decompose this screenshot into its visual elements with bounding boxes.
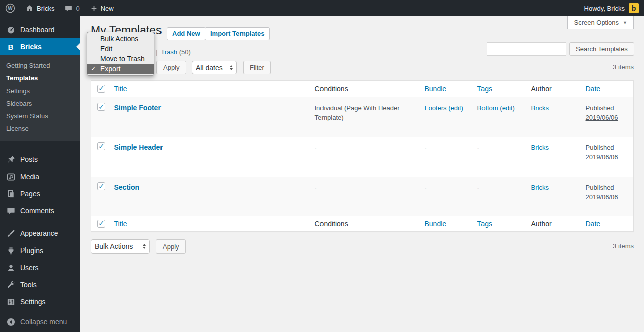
sidebar-item-settings[interactable]: Settings: [0, 293, 80, 310]
date-value: 2019/06/06: [586, 114, 618, 121]
column-header-date: Date: [581, 81, 634, 97]
column-header-bundle: Bundle: [420, 216, 472, 232]
sidebar-subitem-system-status[interactable]: System Status: [0, 110, 80, 122]
row-checkbox[interactable]: [97, 103, 105, 111]
wordpress-logo-menu[interactable]: W: [0, 0, 20, 16]
date-status: Published: [586, 144, 614, 151]
template-title-link[interactable]: Simple Footer: [114, 104, 161, 112]
row-checkbox[interactable]: [97, 182, 105, 190]
select-stepper-icon: [143, 244, 146, 249]
sort-link-title[interactable]: Title: [114, 220, 127, 228]
tools-icon: [6, 280, 16, 290]
sidebar-item-tools[interactable]: Tools: [0, 276, 80, 293]
sidebar-item-label: Users: [20, 264, 39, 272]
sort-link-date[interactable]: Date: [586, 220, 601, 228]
sidebar-item-label: Settings: [20, 298, 46, 306]
bulk-actions-value: Bulk Actions: [95, 242, 133, 251]
avatar: b: [629, 3, 639, 13]
bulk-action-option-label: Bulk Actions: [100, 35, 138, 43]
bulk-action-option-bulk-actions[interactable]: Bulk Actions: [87, 34, 154, 44]
tags-edit-link[interactable]: (edit): [500, 104, 515, 112]
comment-bubble-icon: [64, 4, 73, 13]
select-all-checkbox[interactable]: [97, 220, 105, 228]
admin-bar: W Bricks 0 New Howdy, Bricks b: [0, 0, 644, 16]
new-menu[interactable]: New: [85, 0, 119, 16]
sidebar-subitem-getting-started[interactable]: Getting Started: [0, 59, 80, 72]
menu-separator: [0, 141, 80, 151]
collapse-icon: [6, 317, 16, 327]
sidebar-item-dashboard[interactable]: Dashboard: [0, 21, 80, 38]
bulk-action-option-edit[interactable]: Edit: [87, 44, 154, 54]
svg-text:W: W: [8, 6, 13, 11]
checkmark-icon: ✓: [91, 64, 96, 74]
bundle-edit-link[interactable]: (edit): [448, 104, 463, 112]
sidebar-item-appearance[interactable]: Appearance: [0, 225, 80, 242]
column-header-tags: Tags: [472, 81, 526, 97]
site-name-menu[interactable]: Bricks: [20, 0, 59, 16]
sort-link-date[interactable]: Date: [586, 85, 601, 93]
template-title-link[interactable]: Simple Header: [114, 143, 163, 151]
sidebar-subitem-templates[interactable]: Templates: [0, 72, 80, 85]
sidebar-subitem-settings[interactable]: Settings: [0, 85, 80, 97]
apply-button-top[interactable]: Apply: [156, 61, 186, 74]
search-templates-button[interactable]: Search Templates: [569, 42, 634, 56]
sort-link-tags[interactable]: Tags: [477, 220, 493, 228]
home-icon: [25, 4, 34, 13]
sidebar-item-posts[interactable]: Posts: [0, 151, 80, 168]
sort-link-bundle[interactable]: Bundle: [425, 220, 447, 228]
apply-button-bottom[interactable]: Apply: [156, 239, 186, 254]
sidebar-subitem-sidebars[interactable]: Sidebars: [0, 97, 80, 110]
sidebar-item-label: Tools: [20, 281, 37, 289]
conditions-text: -: [315, 144, 317, 151]
column-header-label: Author: [531, 85, 552, 93]
sidebar-item-pages[interactable]: Pages: [0, 185, 80, 202]
chevron-down-icon: ▼: [623, 20, 627, 25]
select-stepper-icon: [230, 65, 233, 70]
sidebar-item-users[interactable]: Users: [0, 259, 80, 276]
account-menu[interactable]: Howdy, Bricks b: [584, 0, 644, 16]
author-link[interactable]: Bricks: [531, 104, 549, 112]
search-input[interactable]: [487, 42, 566, 56]
collapse-menu-button[interactable]: Collapse menu: [0, 313, 80, 330]
bundle-empty: -: [425, 144, 427, 151]
table-row-section: Section---BricksPublished2019/06/06: [91, 177, 634, 216]
bulk-action-option-export[interactable]: ✓Export: [87, 64, 154, 74]
posts-icon: [6, 155, 16, 164]
users-icon: [6, 263, 16, 273]
bulk-actions-dropdown-open: Bulk ActionsEditMove to Trash✓Export: [87, 32, 154, 76]
sort-link-tags[interactable]: Tags: [477, 85, 493, 93]
new-label: New: [101, 5, 114, 12]
sidebar-item-comments[interactable]: Comments: [0, 202, 80, 219]
import-templates-button[interactable]: Import Templates: [205, 27, 270, 40]
column-header-conditions: Conditions: [310, 216, 420, 232]
appearance-icon: [6, 229, 16, 238]
sidebar-item-media[interactable]: Media: [0, 168, 80, 185]
bundle-link[interactable]: Footers: [425, 104, 447, 112]
dates-select[interactable]: All dates: [192, 61, 237, 74]
template-title-link[interactable]: Section: [114, 183, 140, 191]
sort-link-bundle[interactable]: Bundle: [425, 85, 447, 93]
comments-menu[interactable]: 0: [59, 0, 85, 16]
column-header-title: Title: [109, 81, 310, 97]
author-link[interactable]: Bricks: [531, 144, 549, 151]
bulk-actions-select-bottom[interactable]: Bulk Actions: [91, 239, 150, 254]
tags-link[interactable]: Bottom: [477, 104, 498, 112]
sidebar-item-plugins[interactable]: Plugins: [0, 242, 80, 259]
column-header-label: Conditions: [315, 85, 348, 93]
sidebar-item-label: Posts: [20, 155, 38, 163]
sort-link-title[interactable]: Title: [114, 85, 127, 93]
main-content: My Templates Add New Import Templates Sc…: [80, 16, 644, 332]
author-link[interactable]: Bricks: [531, 184, 549, 191]
sidebar-item-bricks[interactable]: B Bricks: [0, 38, 80, 55]
add-new-button[interactable]: Add New: [167, 27, 206, 40]
conditions-text: -: [315, 184, 317, 191]
select-all-checkbox[interactable]: [97, 85, 105, 93]
view-trash-link[interactable]: Trash: [160, 48, 177, 56]
sidebar-subitem-license[interactable]: License: [0, 122, 80, 135]
filter-button[interactable]: Filter: [243, 61, 271, 74]
bulk-action-option-move-to-trash[interactable]: Move to Trash: [87, 54, 154, 64]
row-checkbox[interactable]: [97, 142, 105, 150]
sidebar-item-label: Appearance: [20, 229, 58, 237]
screen-options-button[interactable]: Screen Options ▼: [567, 16, 634, 29]
templates-table: TitleConditionsBundleTagsAuthorDate Simp…: [91, 80, 634, 232]
